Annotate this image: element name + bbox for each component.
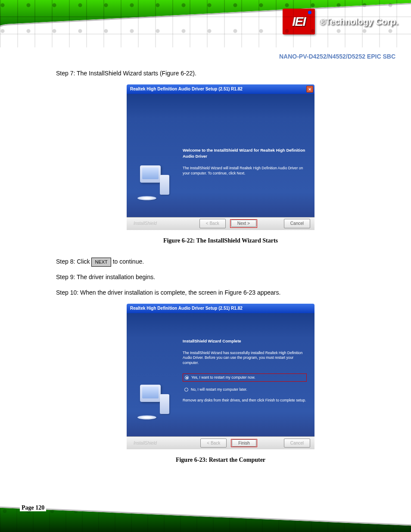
wizard-1-text-pane: Welcome to the InstallShield Wizard for …	[178, 94, 314, 217]
step-7-text: Step 7: The InstallShield Wizard starts …	[56, 69, 385, 78]
wizard-2-title: Realtek High Definition Audio Driver Set…	[130, 305, 243, 312]
radio-button-icon	[185, 376, 189, 380]
finish-button-highlight: Finish	[231, 439, 257, 448]
wizard-2-paragraph: The InstallShield Wizard has successfull…	[183, 351, 307, 366]
wizard-1-window: Realtek High Definition Audio Driver Set…	[127, 84, 314, 230]
wizard-2-body: InstallShield Wizard Complete The Instal…	[127, 313, 314, 436]
finish-button[interactable]: Finish	[232, 439, 256, 447]
next-button[interactable]: Next >	[231, 220, 256, 227]
installshield-brand: InstallShield	[134, 440, 157, 447]
step-8-text: Step 8: Click NEXT to continue.	[56, 257, 385, 267]
back-button[interactable]: < Back	[199, 219, 226, 228]
logo-area: IEI ®Technology Corp.	[283, 9, 398, 34]
page-content: Step 7: The InstallShield Wizard starts …	[0, 69, 411, 476]
step-8-prefix: Step 8: Click	[56, 258, 91, 265]
bottom-swoosh	[0, 480, 411, 527]
wizard-1-title: Realtek High Definition Audio Driver Set…	[130, 86, 243, 93]
header-product-name: NANO-PV-D4252/N4552/D5252 EPIC SBC	[279, 53, 395, 60]
installshield-brand: InstallShield	[134, 220, 157, 227]
restart-radio-group: Yes, I want to restart my computer now. …	[183, 373, 307, 393]
logo-dot-icon	[308, 11, 311, 14]
computer-icon	[136, 165, 169, 204]
wizard-1-heading: Welcome to the InstallShield Wizard for …	[183, 147, 307, 160]
wizard-2-titlebar: Realtek High Definition Audio Driver Set…	[127, 304, 314, 313]
radio-button-icon	[184, 388, 188, 392]
wizard-1-paragraph: The InstallShield Wizard will install Re…	[183, 166, 307, 176]
radio-yes-row[interactable]: Yes, I want to restart my computer now.	[183, 373, 307, 382]
wizard-1-footer: InstallShield < Back Next > Cancel	[127, 217, 314, 230]
step-9-text: Step 9: The driver installation begins.	[56, 273, 385, 282]
wizard-2-heading: InstallShield Wizard Complete	[183, 338, 307, 345]
close-icon[interactable]: ×	[306, 86, 313, 93]
top-banner: IEI ®Technology Corp.	[0, 0, 411, 47]
back-button[interactable]: < Back	[200, 439, 227, 448]
wizard-2-window: Realtek High Definition Audio Driver Set…	[127, 304, 314, 449]
figure-caption-1: Figure 6-22: The InstallShield Wizard St…	[56, 236, 385, 246]
computer-icon	[136, 385, 169, 423]
company-name: ®Technology Corp.	[319, 17, 398, 27]
top-swoosh	[0, 0, 411, 47]
bottom-banner	[0, 480, 411, 532]
page-header-bar: NANO-PV-D4252/N4552/D5252 EPIC SBC	[0, 53, 411, 60]
wizard-1-body: Welcome to the InstallShield Wizard for …	[127, 94, 314, 217]
wizard-2-graphic-pane	[127, 313, 178, 436]
radio-no-row[interactable]: No, I will restart my computer later.	[183, 386, 307, 393]
inline-next-button-label: NEXT	[91, 258, 111, 267]
step-8-suffix: to continue.	[113, 258, 144, 265]
logo-letters: IEI	[292, 14, 305, 29]
wizard-2-text-pane: InstallShield Wizard Complete The Instal…	[178, 313, 314, 436]
figure-caption-2: Figure 6-23: Restart the Computer	[56, 455, 385, 465]
wizard-1-titlebar: Realtek High Definition Audio Driver Set…	[127, 84, 314, 94]
wizard-2-paragraph-2: Remove any disks from their drives, and …	[183, 398, 307, 403]
radio-no-label: No, I will restart my computer later.	[191, 387, 247, 392]
radio-yes-label: Yes, I want to restart my computer now.	[191, 375, 255, 380]
step-10-text: Step 10: When the driver installation is…	[56, 288, 385, 298]
wizard-1-graphic-pane	[127, 94, 178, 217]
wizard-2-footer: InstallShield < Back Finish Cancel	[127, 436, 314, 449]
page-number: Page 120	[20, 504, 46, 511]
cancel-button[interactable]: Cancel	[284, 439, 310, 448]
company-logo-icon: IEI	[283, 9, 315, 34]
cancel-button[interactable]: Cancel	[284, 219, 310, 228]
next-button-highlight: Next >	[230, 219, 257, 228]
